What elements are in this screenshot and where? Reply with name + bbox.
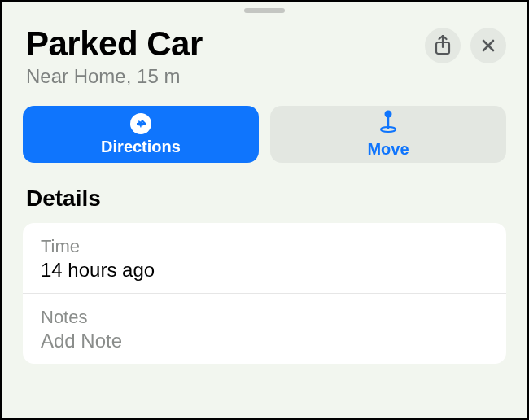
details-card: Time 14 hours ago Notes Add Note [23, 223, 506, 364]
move-label: Move [367, 140, 409, 159]
share-button[interactable] [425, 28, 461, 63]
move-button[interactable]: Move [270, 106, 506, 163]
close-button[interactable] [470, 28, 506, 63]
directions-icon [130, 113, 151, 134]
notes-label: Notes [41, 307, 488, 328]
directions-button[interactable]: Directions [23, 106, 259, 163]
notes-placeholder: Add Note [41, 330, 488, 352]
page-subtitle: Near Home, 15 m [26, 65, 425, 88]
page-title: Parked Car [26, 24, 425, 63]
svg-point-3 [385, 111, 392, 118]
move-pin-icon [378, 110, 398, 137]
sheet-grabber[interactable] [244, 8, 285, 13]
share-icon [434, 35, 452, 56]
details-section-title: Details [2, 163, 527, 223]
close-icon [481, 38, 496, 53]
time-value: 14 hours ago [41, 259, 488, 282]
time-row: Time 14 hours ago [23, 223, 506, 293]
directions-label: Directions [101, 138, 181, 156]
notes-row[interactable]: Notes Add Note [23, 293, 506, 364]
time-label: Time [41, 236, 488, 257]
